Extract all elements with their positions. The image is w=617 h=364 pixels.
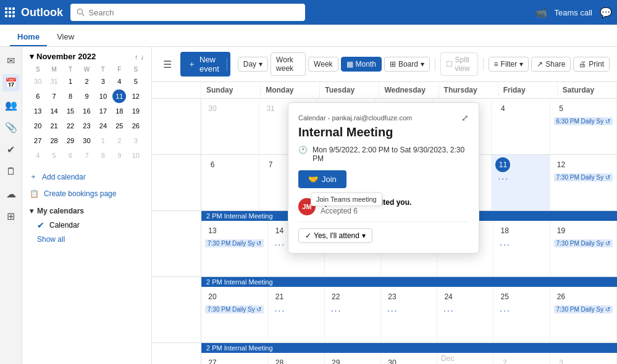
mini-cal-day[interactable]: 15	[64, 104, 77, 118]
sidebar-icon-contacts[interactable]: 🗒	[2, 163, 20, 180]
mini-cal-prev[interactable]: ↑	[135, 53, 138, 60]
month-button[interactable]: ▦ Month	[341, 57, 382, 72]
mini-cal-today[interactable]: 11	[112, 89, 126, 103]
split-view-button[interactable]: ☐ Split view	[440, 52, 478, 76]
mini-cal-day[interactable]: 30	[31, 75, 44, 88]
print-button[interactable]: 🖨 Print	[573, 57, 610, 72]
sidebar-icon-check[interactable]: ✔	[2, 141, 20, 158]
calendar-item[interactable]: ✔ Calendar	[22, 218, 151, 233]
day-button[interactable]: Day ▾	[238, 57, 268, 72]
mini-cal-day[interactable]: 17	[96, 104, 110, 118]
cal-day-num[interactable]: 14	[272, 223, 287, 238]
sidebar-icon-attach[interactable]: 📎	[2, 118, 20, 136]
mini-cal-day[interactable]: 16	[80, 104, 93, 118]
new-event-chevron[interactable]: ▾	[227, 58, 230, 71]
mini-cal-day[interactable]: 28	[48, 134, 61, 147]
mini-cal-day[interactable]: 5	[48, 149, 61, 162]
new-event-button[interactable]: ＋ New event ▾	[180, 52, 230, 77]
mini-cal-day[interactable]: 4	[112, 75, 126, 88]
cal-day-num[interactable]: 26	[554, 289, 569, 304]
filter-button[interactable]: ≡ Filter ▾	[489, 57, 529, 72]
bookings-link[interactable]: 📋 Create bookings page	[22, 186, 151, 202]
mini-cal-day[interactable]: 29	[64, 134, 77, 147]
mini-cal-day[interactable]: 8	[96, 149, 110, 162]
mini-cal-day[interactable]: 27	[31, 134, 44, 147]
full-event-bar[interactable]: 2 PM Internal Meeting	[201, 343, 617, 353]
cal-day-num[interactable]: 2	[497, 355, 512, 364]
event-bar[interactable]: ···	[272, 305, 320, 315]
chat-icon[interactable]: 💬	[600, 7, 612, 19]
mini-cal-day[interactable]: 3	[129, 134, 143, 147]
event-bar[interactable]: ···	[497, 305, 545, 315]
mini-cal-day[interactable]: 1	[96, 134, 110, 147]
sidebar-icon-calendar[interactable]: 📅	[2, 74, 20, 91]
cal-day-num[interactable]: 3	[554, 355, 569, 364]
cal-day-num[interactable]: 22	[329, 289, 343, 304]
cal-day-num[interactable]: 20	[205, 289, 220, 304]
mini-cal-day[interactable]: 6	[31, 89, 44, 103]
hamburger-button[interactable]: ☰	[159, 56, 175, 73]
mini-cal-day[interactable]: 2	[80, 75, 93, 88]
cal-day-num[interactable]: 13	[205, 223, 220, 238]
mini-cal-day[interactable]: 18	[112, 104, 126, 118]
event-bar[interactable]: 7:30 PM Daily Sy ↺	[205, 239, 264, 247]
mini-cal-day[interactable]: 3	[96, 75, 110, 88]
board-button[interactable]: ⊞ Board ▾	[384, 57, 430, 72]
mini-cal-day[interactable]: 5	[129, 75, 143, 88]
mini-cal-day[interactable]: 31	[48, 75, 61, 88]
week-button[interactable]: Week	[308, 57, 338, 72]
sidebar-icon-people[interactable]: 👥	[2, 96, 20, 114]
mini-cal-day[interactable]: 9	[80, 89, 93, 103]
mini-cal-next[interactable]: ↓	[141, 53, 145, 60]
mini-cal-day[interactable]: 7	[80, 149, 93, 162]
mini-cal-day[interactable]: 10	[96, 89, 110, 103]
event-bar[interactable]: 7:30 PM Daily Sy ↺	[205, 305, 264, 313]
share-button[interactable]: ↗ Share	[531, 57, 571, 72]
popup-join-button[interactable]: 🤝 Join	[298, 170, 346, 188]
search-input[interactable]	[88, 8, 299, 17]
cal-day-num[interactable]: 19	[554, 223, 569, 238]
cal-day-num[interactable]: 31	[263, 101, 278, 116]
mini-cal-day[interactable]: 24	[96, 119, 110, 133]
cal-day-num[interactable]: 25	[497, 289, 512, 304]
popup-expand-icon[interactable]: ⤢	[461, 113, 469, 123]
mini-cal-day[interactable]: 2	[112, 134, 126, 147]
event-bar[interactable]: ···	[329, 305, 377, 315]
tab-home[interactable]: Home	[10, 28, 47, 46]
cal-day-num[interactable]: 6	[205, 157, 220, 172]
mini-cal-day[interactable]: 8	[64, 89, 77, 103]
sidebar-icon-mail[interactable]: ✉	[2, 52, 20, 69]
show-all-link[interactable]: Show all	[22, 233, 151, 246]
mini-cal-day[interactable]: 9	[112, 149, 126, 162]
mini-cal-day[interactable]: 23	[80, 119, 93, 133]
mini-cal-day[interactable]: 1	[64, 75, 77, 88]
my-calendars-section[interactable]: ▾ My calendars	[22, 202, 151, 218]
cal-day-num[interactable]: 18	[497, 223, 512, 238]
mini-cal-day[interactable]: 30	[80, 134, 93, 147]
mini-cal-day[interactable]: 7	[48, 89, 61, 103]
event-bar[interactable]: 7:30 PM Daily Sy ↺	[554, 305, 613, 313]
cal-day-num[interactable]: 30	[385, 355, 400, 364]
mini-cal-day[interactable]: 25	[112, 119, 126, 133]
mini-cal-day[interactable]: 26	[129, 119, 143, 133]
event-bar[interactable]: ···	[497, 239, 545, 249]
cal-day-num[interactable]: 28	[272, 355, 287, 364]
mini-cal-day[interactable]: 6	[64, 149, 77, 162]
event-bar[interactable]: 7:30 PM Daily Sy ↺	[554, 239, 613, 247]
event-bar[interactable]: ···	[385, 305, 433, 315]
search-bar[interactable]	[70, 4, 305, 21]
event-bar[interactable]: ···	[441, 305, 489, 315]
mini-cal-day[interactable]: 14	[48, 104, 61, 118]
video-icon[interactable]: 📹	[535, 7, 547, 19]
mini-cal-day[interactable]: 20	[31, 119, 44, 133]
rsvp-button[interactable]: ✓ Yes, I'll attend ▾	[298, 228, 372, 243]
cal-day-num[interactable]: 23	[385, 289, 400, 304]
teams-call-button[interactable]: Teams call	[555, 8, 592, 17]
mini-cal-day[interactable]: 21	[48, 119, 61, 133]
cal-day-num[interactable]: Dec 1	[441, 355, 456, 364]
new-event-main[interactable]: ＋ New event	[180, 52, 227, 77]
event-bar[interactable]: ···	[495, 173, 545, 183]
cal-day-num[interactable]: 5	[554, 101, 569, 116]
cal-day-num[interactable]: 29	[329, 355, 343, 364]
event-bar[interactable]: 6:30 PM Daily Sy ↺	[554, 117, 613, 125]
